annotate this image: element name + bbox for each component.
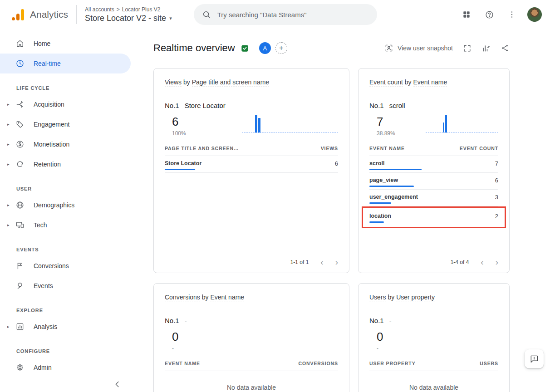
feedback-icon [530, 354, 539, 363]
table-row[interactable]: location 2 [369, 209, 498, 225]
sidebar-item-events[interactable]: Events [0, 276, 131, 296]
user-avatar[interactable] [527, 7, 542, 22]
dimension-column-header: USER PROPERTY [369, 361, 416, 366]
metric-link[interactable]: Conversions [165, 294, 200, 302]
sidebar-item-acquisition[interactable]: ▸ Acquisition [0, 94, 131, 114]
sidebar-item-tech[interactable]: ▸ Tech [0, 215, 131, 235]
metric-link[interactable]: Users [369, 294, 386, 302]
empty-state-message: No data available [369, 384, 498, 391]
top-entry: No.1 scroll [369, 102, 498, 109]
metric-column-header: USERS [480, 361, 498, 366]
table-row[interactable]: page_view 6 [369, 173, 498, 190]
table-header: PAGE TITLE AND SCREEN… VIEWS [165, 146, 338, 156]
view-user-snapshot-button[interactable]: View user snapshot [384, 44, 453, 53]
top-entry-name: Store Locator [185, 102, 226, 109]
users-card: Users by User property No.1 - 0 - [358, 283, 510, 392]
expand-caret-icon[interactable]: ▸ [7, 324, 15, 329]
sidebar-collapse-icon[interactable] [113, 379, 123, 389]
dimension-link[interactable]: Page title and screen name [192, 78, 269, 87]
sidebar-item-conversions[interactable]: Conversions [0, 256, 131, 276]
share-icon[interactable] [501, 44, 510, 53]
help-icon[interactable] [480, 5, 498, 24]
events-icon [15, 281, 25, 290]
sidebar-item-label: Retention [34, 161, 61, 168]
breadcrumb-current[interactable]: Locator Plus V2 [122, 6, 161, 13]
sidebar-item-admin[interactable]: Admin [0, 358, 131, 377]
sidebar-item-label: Conversions [34, 262, 69, 270]
previous-page-icon[interactable]: ‹ [320, 258, 323, 266]
sidebar-item-monetisation[interactable]: ▸ Monetisation [0, 134, 131, 154]
search-input[interactable] [217, 11, 369, 19]
metric-link[interactable]: Views [165, 78, 182, 87]
previous-page-icon[interactable]: ‹ [481, 258, 483, 266]
sidebar-item-label: Engagement [34, 121, 69, 128]
brand-name: Analytics [30, 9, 68, 20]
devices-icon [15, 220, 25, 230]
dashboards-grid-icon[interactable] [457, 5, 476, 24]
home-icon [15, 39, 25, 48]
dimension-column-header: PAGE TITLE AND SCREEN… [165, 146, 239, 151]
expand-caret-icon[interactable]: ▸ [7, 223, 15, 227]
breadcrumb[interactable]: All accounts > Locator Plus V2 [85, 6, 172, 13]
customize-report-icon[interactable] [481, 44, 491, 53]
pagination-label: 1-1 of 1 [290, 259, 309, 265]
acquisition-icon [15, 100, 25, 109]
table-row[interactable]: Store Locator 6 [165, 156, 338, 173]
sidebar: Home Real-time LIFE CYCLE ▸ Acquisition … [0, 29, 136, 392]
table-row[interactable]: scroll 7 [369, 156, 498, 173]
analytics-logo-icon[interactable] [12, 9, 25, 20]
next-page-icon[interactable]: › [496, 258, 498, 266]
metric-percent: 100% [172, 130, 186, 137]
sidebar-item-label: Demographics [34, 201, 74, 209]
top-entry-name: - [389, 317, 392, 324]
sidebar-item-label: Analysis [34, 323, 57, 330]
expand-caret-icon[interactable]: ▸ [7, 122, 15, 127]
expand-caret-icon[interactable]: ▸ [7, 142, 15, 147]
expand-caret-icon[interactable]: ▸ [7, 102, 15, 107]
pagination: 1-4 of 4 ‹ › [369, 252, 498, 266]
more-options-icon[interactable] [503, 5, 521, 24]
conversions-card: Conversions by Event name No.1 - 0 - [153, 283, 349, 392]
globe-icon [15, 201, 25, 210]
expand-caret-icon[interactable]: ▸ [7, 203, 15, 207]
fullscreen-icon[interactable] [463, 44, 471, 53]
table-header: EVENT NAME EVENT COUNT [369, 146, 498, 156]
sidebar-item-engagement[interactable]: ▸ Engagement [0, 114, 131, 134]
expand-caret-icon[interactable]: ▸ [7, 162, 15, 167]
dimension-link[interactable]: User property [396, 294, 435, 302]
metric-value: 7 [377, 115, 395, 129]
sidebar-item-realtime[interactable]: Real-time [0, 54, 131, 74]
metric-value: 0 [377, 330, 383, 344]
highlight-annotation-box: location 2 [362, 206, 506, 228]
feedback-button[interactable] [525, 349, 544, 368]
breadcrumb-root[interactable]: All accounts [85, 6, 114, 13]
next-page-icon[interactable]: › [335, 258, 338, 266]
property-selector[interactable]: All accounts > Locator Plus V2 Store Loc… [85, 6, 172, 23]
add-comparison-button[interactable]: + [275, 42, 287, 54]
retention-cycle-icon [15, 160, 25, 169]
dimension-column-header: EVENT NAME [165, 361, 200, 366]
sidebar-item-home[interactable]: Home [0, 34, 131, 54]
sidebar-item-demographics[interactable]: ▸ Demographics [0, 195, 131, 215]
metric-column-header: EVENT COUNT [460, 146, 498, 151]
metric-link[interactable]: Event count [369, 78, 403, 87]
metric-column-header: CONVERSIONS [299, 361, 339, 366]
sidebar-item-analysis[interactable]: ▸ Analysis [0, 317, 131, 337]
sidebar-section-events: EVENTS [0, 245, 136, 254]
dimension-link[interactable]: Event name [210, 294, 244, 302]
metric-percent: 38.89% [377, 130, 395, 137]
main-content: Realtime overview A + View user snapshot [136, 29, 550, 392]
page-title: Realtime overview [153, 42, 235, 54]
search-bar[interactable] [194, 4, 377, 25]
pagination: 1-1 of 1 ‹ › [165, 252, 338, 266]
clock-icon [15, 59, 25, 68]
dimension-link[interactable]: Event name [413, 78, 447, 87]
sparkline-chart [426, 115, 498, 133]
sidebar-item-retention[interactable]: ▸ Retention [0, 154, 131, 174]
comparison-chip[interactable]: A [259, 42, 271, 54]
metric-value: 6 [172, 115, 186, 129]
table-row[interactable]: user_engagement 3 [369, 190, 498, 206]
card-title: Event count by Event name [369, 78, 498, 87]
sidebar-item-label: Acquisition [34, 101, 64, 108]
breadcrumb-separator: > [117, 6, 120, 13]
